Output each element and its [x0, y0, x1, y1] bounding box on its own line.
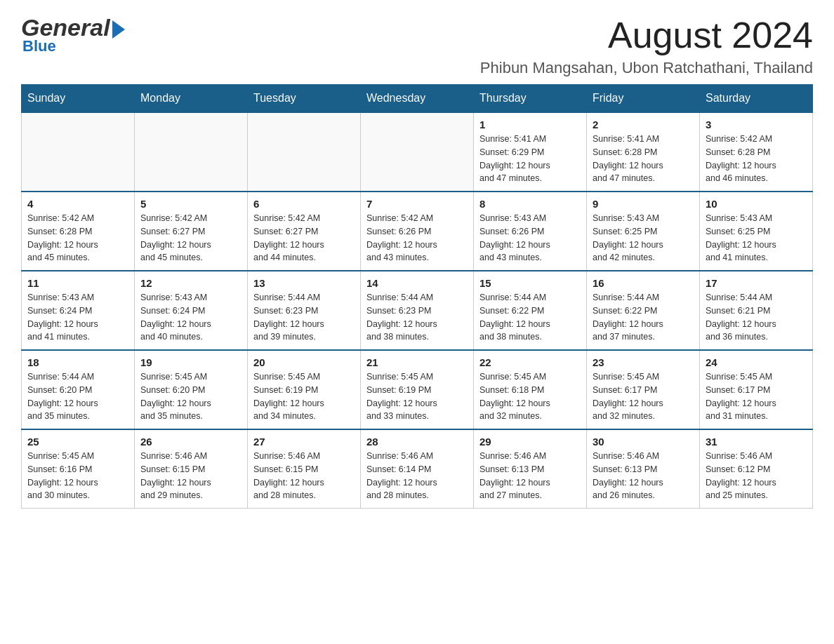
logo-triangle-icon — [112, 20, 125, 39]
calendar-day-cell: 29Sunrise: 5:46 AMSunset: 6:13 PMDayligh… — [474, 429, 587, 509]
day-info: Sunrise: 5:44 AMSunset: 6:21 PMDaylight:… — [706, 291, 807, 344]
calendar-day-cell: 10Sunrise: 5:43 AMSunset: 6:25 PMDayligh… — [700, 192, 813, 271]
calendar-day-cell: 21Sunrise: 5:45 AMSunset: 6:19 PMDayligh… — [361, 350, 474, 429]
day-info: Sunrise: 5:45 AMSunset: 6:19 PMDaylight:… — [366, 370, 468, 423]
calendar-day-cell: 7Sunrise: 5:42 AMSunset: 6:26 PMDaylight… — [361, 192, 474, 271]
day-number: 7 — [366, 198, 468, 210]
day-info: Sunrise: 5:42 AMSunset: 6:27 PMDaylight:… — [140, 212, 241, 264]
day-info: Sunrise: 5:46 AMSunset: 6:12 PMDaylight:… — [706, 450, 807, 502]
day-number: 3 — [706, 119, 807, 130]
calendar-day-cell: 23Sunrise: 5:45 AMSunset: 6:17 PMDayligh… — [587, 350, 700, 429]
day-info: Sunrise: 5:45 AMSunset: 6:16 PMDaylight:… — [27, 450, 128, 502]
day-info: Sunrise: 5:46 AMSunset: 6:13 PMDaylight:… — [593, 450, 694, 502]
day-of-week-header: Thursday — [474, 85, 587, 113]
location-title: Phibun Mangsahan, Ubon Ratchathani, Thai… — [480, 59, 813, 77]
day-number: 28 — [366, 436, 468, 448]
calendar-day-cell: 22Sunrise: 5:45 AMSunset: 6:18 PMDayligh… — [474, 350, 587, 429]
day-info: Sunrise: 5:42 AMSunset: 6:27 PMDaylight:… — [253, 212, 355, 264]
title-area: August 2024 Phibun Mangsahan, Ubon Ratch… — [480, 14, 813, 77]
day-info: Sunrise: 5:46 AMSunset: 6:15 PMDaylight:… — [253, 450, 355, 502]
day-number: 9 — [593, 198, 694, 210]
day-of-week-header: Sunday — [22, 85, 135, 113]
page-header: General Blue August 2024 Phibun Mangsaha… — [21, 14, 813, 77]
calendar-day-cell: 9Sunrise: 5:43 AMSunset: 6:25 PMDaylight… — [587, 192, 700, 271]
day-number: 26 — [140, 436, 241, 448]
day-number: 24 — [706, 356, 807, 368]
day-info: Sunrise: 5:42 AMSunset: 6:28 PMDaylight:… — [706, 133, 807, 185]
calendar-day-cell: 6Sunrise: 5:42 AMSunset: 6:27 PMDaylight… — [248, 192, 361, 271]
calendar-header-row: SundayMondayTuesdayWednesdayThursdayFrid… — [22, 85, 813, 113]
calendar-day-cell: 12Sunrise: 5:43 AMSunset: 6:24 PMDayligh… — [135, 271, 248, 350]
day-info: Sunrise: 5:43 AMSunset: 6:26 PMDaylight:… — [479, 212, 581, 264]
calendar-day-cell: 26Sunrise: 5:46 AMSunset: 6:15 PMDayligh… — [135, 429, 248, 509]
calendar-day-cell: 19Sunrise: 5:45 AMSunset: 6:20 PMDayligh… — [135, 350, 248, 429]
day-number: 11 — [27, 277, 128, 289]
day-number: 27 — [253, 436, 355, 448]
day-number: 20 — [253, 356, 355, 368]
calendar-day-cell: 1Sunrise: 5:41 AMSunset: 6:29 PMDaylight… — [474, 112, 587, 192]
day-number: 17 — [706, 277, 807, 289]
day-info: Sunrise: 5:45 AMSunset: 6:19 PMDaylight:… — [253, 370, 355, 423]
day-number: 1 — [479, 119, 581, 130]
day-number: 22 — [479, 356, 581, 368]
calendar-week-row: 25Sunrise: 5:45 AMSunset: 6:16 PMDayligh… — [22, 429, 813, 509]
calendar-day-cell: 20Sunrise: 5:45 AMSunset: 6:19 PMDayligh… — [248, 350, 361, 429]
day-info: Sunrise: 5:44 AMSunset: 6:22 PMDaylight:… — [479, 291, 581, 344]
calendar-day-cell: 28Sunrise: 5:46 AMSunset: 6:14 PMDayligh… — [361, 429, 474, 509]
day-of-week-header: Saturday — [700, 85, 813, 113]
calendar-day-cell: 2Sunrise: 5:41 AMSunset: 6:28 PMDaylight… — [587, 112, 700, 192]
day-info: Sunrise: 5:46 AMSunset: 6:13 PMDaylight:… — [479, 450, 581, 502]
day-number: 5 — [140, 198, 241, 210]
day-number: 10 — [706, 198, 807, 210]
calendar-day-cell: 3Sunrise: 5:42 AMSunset: 6:28 PMDaylight… — [700, 112, 813, 192]
calendar-day-cell: 27Sunrise: 5:46 AMSunset: 6:15 PMDayligh… — [248, 429, 361, 509]
month-title: August 2024 — [480, 14, 813, 56]
day-info: Sunrise: 5:42 AMSunset: 6:28 PMDaylight:… — [27, 212, 128, 264]
day-number: 15 — [479, 277, 581, 289]
calendar-table: SundayMondayTuesdayWednesdayThursdayFrid… — [21, 84, 813, 509]
day-info: Sunrise: 5:46 AMSunset: 6:14 PMDaylight:… — [366, 450, 468, 502]
calendar-week-row: 4Sunrise: 5:42 AMSunset: 6:28 PMDaylight… — [22, 192, 813, 271]
day-number: 2 — [593, 119, 694, 130]
day-number: 19 — [140, 356, 241, 368]
day-of-week-header: Friday — [587, 85, 700, 113]
day-info: Sunrise: 5:41 AMSunset: 6:29 PMDaylight:… — [479, 133, 581, 185]
day-info: Sunrise: 5:45 AMSunset: 6:17 PMDaylight:… — [706, 370, 807, 423]
day-info: Sunrise: 5:44 AMSunset: 6:20 PMDaylight:… — [27, 370, 128, 423]
calendar-day-cell: 17Sunrise: 5:44 AMSunset: 6:21 PMDayligh… — [700, 271, 813, 350]
day-info: Sunrise: 5:43 AMSunset: 6:25 PMDaylight:… — [593, 212, 694, 264]
calendar-day-cell: 13Sunrise: 5:44 AMSunset: 6:23 PMDayligh… — [248, 271, 361, 350]
day-number: 13 — [253, 277, 355, 289]
calendar-day-cell: 16Sunrise: 5:44 AMSunset: 6:22 PMDayligh… — [587, 271, 700, 350]
calendar-day-cell: 4Sunrise: 5:42 AMSunset: 6:28 PMDaylight… — [22, 192, 135, 271]
day-number: 23 — [593, 356, 694, 368]
day-info: Sunrise: 5:43 AMSunset: 6:24 PMDaylight:… — [27, 291, 128, 344]
calendar-day-cell: 8Sunrise: 5:43 AMSunset: 6:26 PMDaylight… — [474, 192, 587, 271]
day-info: Sunrise: 5:45 AMSunset: 6:20 PMDaylight:… — [140, 370, 241, 423]
calendar-week-row: 18Sunrise: 5:44 AMSunset: 6:20 PMDayligh… — [22, 350, 813, 429]
day-info: Sunrise: 5:42 AMSunset: 6:26 PMDaylight:… — [366, 212, 468, 264]
day-of-week-header: Wednesday — [361, 85, 474, 113]
day-number: 31 — [706, 436, 807, 448]
day-info: Sunrise: 5:43 AMSunset: 6:24 PMDaylight:… — [140, 291, 241, 344]
calendar-day-cell: 15Sunrise: 5:44 AMSunset: 6:22 PMDayligh… — [474, 271, 587, 350]
calendar-day-cell — [135, 112, 248, 192]
day-info: Sunrise: 5:43 AMSunset: 6:25 PMDaylight:… — [706, 212, 807, 264]
day-info: Sunrise: 5:46 AMSunset: 6:15 PMDaylight:… — [140, 450, 241, 502]
calendar-day-cell — [22, 112, 135, 192]
day-number: 18 — [27, 356, 128, 368]
day-of-week-header: Tuesday — [248, 85, 361, 113]
day-number: 30 — [593, 436, 694, 448]
calendar-week-row: 1Sunrise: 5:41 AMSunset: 6:29 PMDaylight… — [22, 112, 813, 192]
day-info: Sunrise: 5:44 AMSunset: 6:23 PMDaylight:… — [366, 291, 468, 344]
day-number: 8 — [479, 198, 581, 210]
calendar-day-cell: 11Sunrise: 5:43 AMSunset: 6:24 PMDayligh… — [22, 271, 135, 350]
day-number: 12 — [140, 277, 241, 289]
day-number: 6 — [253, 198, 355, 210]
calendar-day-cell: 18Sunrise: 5:44 AMSunset: 6:20 PMDayligh… — [22, 350, 135, 429]
calendar-week-row: 11Sunrise: 5:43 AMSunset: 6:24 PMDayligh… — [22, 271, 813, 350]
calendar-day-cell — [361, 112, 474, 192]
day-number: 25 — [27, 436, 128, 448]
day-info: Sunrise: 5:41 AMSunset: 6:28 PMDaylight:… — [593, 133, 694, 185]
logo: General Blue — [21, 14, 125, 55]
